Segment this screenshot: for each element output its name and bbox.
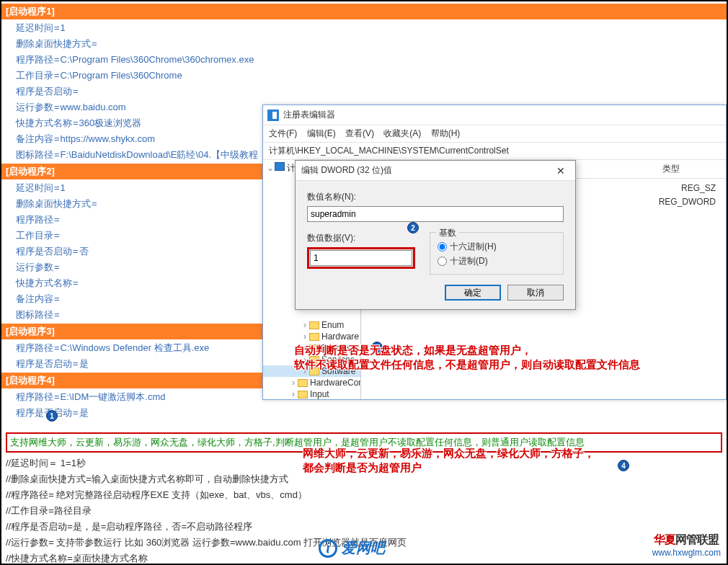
value-highlight-box <box>307 247 415 269</box>
menu-help[interactable]: 帮助(H) <box>431 128 461 138</box>
name-input[interactable] <box>307 206 564 222</box>
tree-input[interactable]: ›Input <box>263 388 360 399</box>
close-icon[interactable]: ✕ <box>552 165 569 177</box>
regedit-menubar: 文件(F) 编辑(E) 查看(V) 收藏夹(A) 帮助(H) <box>263 125 726 143</box>
menu-file[interactable]: 文件(F) <box>269 128 297 138</box>
config-row: 工作目录=C:\Program Files\360Chrome <box>1 68 727 84</box>
tree-hwconfig[interactable]: ›HardwareConfig <box>263 377 360 388</box>
radio-dec[interactable]: 十进制(D) <box>438 256 488 266</box>
regedit-titlebar[interactable]: 注册表编辑器 <box>263 105 726 125</box>
config-row: 程序是否启动=是 <box>1 405 727 421</box>
section-header-1: [启动程序1] <box>1 4 727 19</box>
dialog-titlebar[interactable]: 编辑 DWORD (32 位)值 ✕ <box>296 161 575 181</box>
menu-view[interactable]: 查看(V) <box>345 128 374 138</box>
regedit-path[interactable]: 计算机\HKEY_LOCAL_MACHINE\SYSTEM\CurrentCon… <box>263 143 726 160</box>
annotation-4: 网维大师，云更新，易乐游，网众无盘，绿化大师，方格子，都会判断是否为超管用户 <box>303 446 595 476</box>
radio-hex[interactable]: 十六进制(H) <box>438 241 497 252</box>
tree-hwprofiles[interactable]: ›Hardware Profiles <box>263 331 360 342</box>
comment-line: //程序是否启动=是，是=启动程序路径，否=不启动路径程序 <box>1 519 727 535</box>
edit-dword-dialog: 编辑 DWORD (32 位)值 ✕ 数值名称(N): 数值数据(V): 基数 … <box>295 160 576 310</box>
dialog-title: 编辑 DWORD (32 位)值 <box>301 164 392 177</box>
badge-4: 4 <box>618 460 629 471</box>
data-input[interactable] <box>310 250 412 266</box>
data-label: 数值数据(V): <box>307 232 415 244</box>
regedit-title: 注册表编辑器 <box>283 109 335 121</box>
config-row: 程序是否启动= <box>1 84 727 99</box>
logo-hxwglm: 华夏网管联盟 www.hxwglm.com <box>652 533 721 558</box>
logo-aiwangba: i 爱网吧 <box>319 538 385 558</box>
annotation-3: 自动判断是否是无盘状态，如果是无盘超管用户，软件不读取配置文件任何信息，不是超管… <box>294 343 640 373</box>
tree-enum[interactable]: ›Enum <box>263 319 360 331</box>
config-row: 删除桌面快捷方式= <box>1 36 727 52</box>
logo-i-icon: i <box>319 539 337 558</box>
regedit-icon <box>267 110 279 121</box>
config-row: 程序路径=C:\Program Files\360Chrome\360chrom… <box>1 52 727 68</box>
comment-line: //工作目录=路径目录 <box>1 503 727 519</box>
col-type[interactable]: 类型 <box>662 163 720 175</box>
comment-line: //程序路径= 绝对完整路径启动程序EXE 支持（如exe、bat、vbs、cm… <box>1 487 727 503</box>
badge-2: 2 <box>407 222 419 233</box>
base-group: 基数 十六进制(H) 十进制(D) <box>430 232 564 275</box>
badge-1: 1 <box>46 410 58 422</box>
cancel-button[interactable]: 取消 <box>507 285 564 301</box>
config-row: 延迟时间=1 <box>1 20 727 36</box>
name-label: 数值名称(N): <box>307 191 564 203</box>
menu-edit[interactable]: 编辑(E) <box>307 128 336 138</box>
ok-button[interactable]: 确定 <box>445 285 501 301</box>
base-legend: 基数 <box>436 227 459 239</box>
menu-fav[interactable]: 收藏夹(A) <box>383 128 421 138</box>
